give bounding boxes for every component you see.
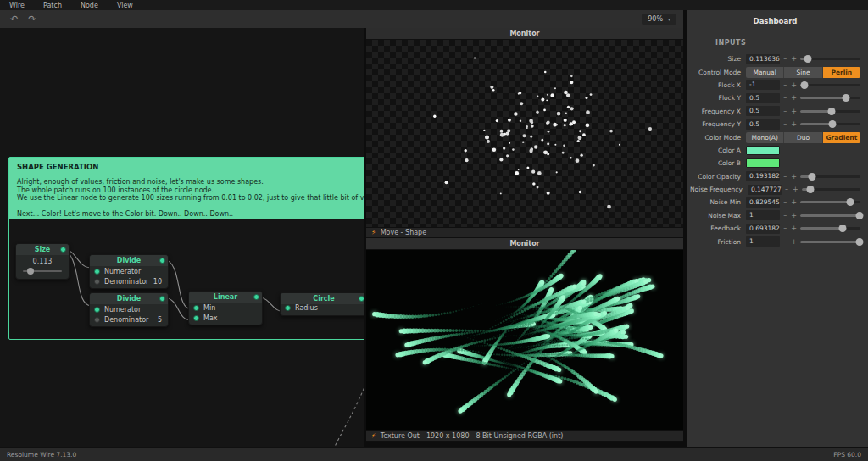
menu-node[interactable]: Node	[71, 2, 108, 9]
param-value-field[interactable]: -1	[746, 80, 780, 90]
node-editor-canvas[interactable]: SHAPE GENERATION Alright, enough of valu…	[0, 28, 364, 447]
monitor-1-statusbar[interactable]: ⚡ Move - Shape	[366, 227, 683, 238]
segment-duo[interactable]: Duo	[784, 132, 822, 143]
slider-thumb[interactable]	[827, 108, 835, 115]
node-linear-header[interactable]: Linear	[189, 292, 262, 303]
param-slider[interactable]	[800, 201, 860, 203]
monitor-1-viewport[interactable]	[366, 40, 683, 227]
segment-mono-a[interactable]: Mono(A)	[746, 132, 784, 143]
node-divide-2[interactable]: Divide Numerator Denominator 5	[89, 292, 169, 327]
increment-button[interactable]: +	[791, 108, 797, 115]
increment-button[interactable]: +	[791, 173, 797, 181]
slider-thumb[interactable]	[842, 94, 849, 102]
param-value-field[interactable]: 0.5	[746, 93, 780, 103]
monitor-1-header[interactable]: Monitor	[366, 28, 683, 40]
decrement-button[interactable]: –	[783, 55, 787, 63]
node-divide-2-output-port[interactable]	[159, 296, 165, 302]
node-circle-output-port[interactable]	[359, 296, 364, 302]
param-slider[interactable]	[800, 123, 860, 125]
param-slider[interactable]	[800, 241, 860, 243]
segment-sine[interactable]: Sine	[784, 67, 822, 78]
increment-button[interactable]: +	[791, 81, 797, 89]
slider-thumb[interactable]	[828, 120, 836, 128]
slider-thumb[interactable]	[800, 81, 808, 89]
numerator-input-port[interactable]	[94, 269, 100, 275]
increment-button[interactable]: +	[791, 55, 797, 63]
node-linear[interactable]: Linear Min Max	[188, 291, 263, 325]
param-value-field[interactable]: 0.113636	[746, 54, 780, 64]
increment-button[interactable]: +	[793, 186, 798, 193]
param-value-field[interactable]: 0.147727	[748, 185, 782, 195]
param-value-field[interactable]: 1	[746, 210, 780, 220]
denominator-input-port[interactable]	[94, 317, 100, 323]
decrement-button[interactable]: –	[783, 212, 787, 219]
menu-wire[interactable]: Wire	[0, 2, 34, 9]
param-value-field[interactable]: 0.5	[746, 106, 780, 116]
param-value-field[interactable]: 0.829545	[746, 197, 780, 208]
node-size-header[interactable]: Size	[16, 244, 69, 255]
segment-gradient[interactable]: Gradient	[823, 132, 860, 143]
node-divide-1[interactable]: Divide Numerator Denominator 10	[89, 254, 169, 289]
node-divide-1-output-port[interactable]	[159, 258, 165, 264]
numerator-input-port[interactable]	[94, 307, 100, 313]
param-slider[interactable]	[800, 110, 860, 113]
decrement-button[interactable]: –	[783, 120, 787, 128]
param-value-field[interactable]: 1	[746, 236, 780, 247]
color-a-swatch[interactable]	[746, 146, 780, 155]
decrement-button[interactable]: –	[783, 173, 787, 181]
decrement-button[interactable]: –	[783, 94, 787, 102]
color-b-swatch[interactable]	[746, 158, 780, 168]
increment-button[interactable]: +	[791, 198, 797, 206]
max-input-port[interactable]	[193, 315, 199, 321]
decrement-button[interactable]: –	[783, 238, 787, 246]
decrement-button[interactable]: –	[783, 225, 787, 232]
param-value-field[interactable]: 0.193182	[746, 171, 780, 181]
param-slider[interactable]	[800, 175, 860, 178]
increment-button[interactable]: +	[791, 94, 797, 102]
slider-thumb[interactable]	[846, 198, 854, 206]
monitor-2-statusbar[interactable]: ⚡ Texture Out - 1920 x 1080 - 8 Bit Unsi…	[366, 430, 683, 442]
node-size-slider[interactable]	[23, 270, 62, 272]
denominator-value[interactable]: 10	[153, 278, 162, 286]
slider-thumb[interactable]	[855, 238, 863, 246]
param-slider[interactable]	[800, 58, 860, 60]
zoom-dropdown[interactable]: 90% ▾	[642, 14, 676, 25]
undo-icon[interactable]: ↶	[10, 10, 18, 28]
increment-button[interactable]: +	[791, 238, 797, 246]
segment-perlin[interactable]: Perlin	[823, 67, 860, 78]
node-size-slider-thumb[interactable]	[27, 268, 34, 275]
slider-thumb[interactable]	[804, 55, 812, 63]
redo-icon[interactable]: ↷	[28, 10, 36, 28]
node-linear-output-port[interactable]	[253, 294, 259, 300]
slider-thumb[interactable]	[855, 212, 863, 219]
param-slider[interactable]	[800, 97, 860, 99]
monitor-2-viewport[interactable]	[366, 250, 683, 430]
menu-patch[interactable]: Patch	[34, 2, 71, 9]
decrement-button[interactable]: –	[783, 108, 787, 115]
min-input-port[interactable]	[193, 305, 199, 311]
denominator-input-port[interactable]	[94, 279, 100, 285]
monitor-2-header[interactable]: Monitor	[366, 238, 683, 250]
node-divide-2-header[interactable]: Divide	[90, 293, 168, 304]
segment-manual[interactable]: Manual	[746, 67, 784, 78]
node-size-output-port[interactable]	[60, 247, 66, 253]
increment-button[interactable]: +	[791, 225, 797, 232]
param-slider[interactable]	[800, 214, 860, 217]
radius-input-port[interactable]	[285, 305, 291, 311]
slider-thumb[interactable]	[838, 225, 846, 232]
node-circle-header[interactable]: Circle	[281, 293, 364, 304]
param-value-field[interactable]: 0.693182	[746, 224, 780, 234]
menu-view[interactable]: View	[108, 2, 142, 9]
denominator-value[interactable]: 5	[158, 316, 162, 324]
param-slider[interactable]	[800, 227, 860, 230]
param-value-field[interactable]: 0.5	[746, 119, 780, 130]
decrement-button[interactable]: –	[783, 81, 787, 89]
slider-thumb[interactable]	[809, 173, 816, 181]
node-divide-1-header[interactable]: Divide	[90, 255, 168, 266]
increment-button[interactable]: +	[791, 212, 797, 219]
param-slider[interactable]	[800, 84, 860, 86]
node-circle[interactable]: Circle Radius	[280, 292, 364, 316]
increment-button[interactable]: +	[791, 120, 797, 128]
decrement-button[interactable]: –	[785, 186, 788, 193]
param-slider[interactable]	[802, 188, 860, 191]
